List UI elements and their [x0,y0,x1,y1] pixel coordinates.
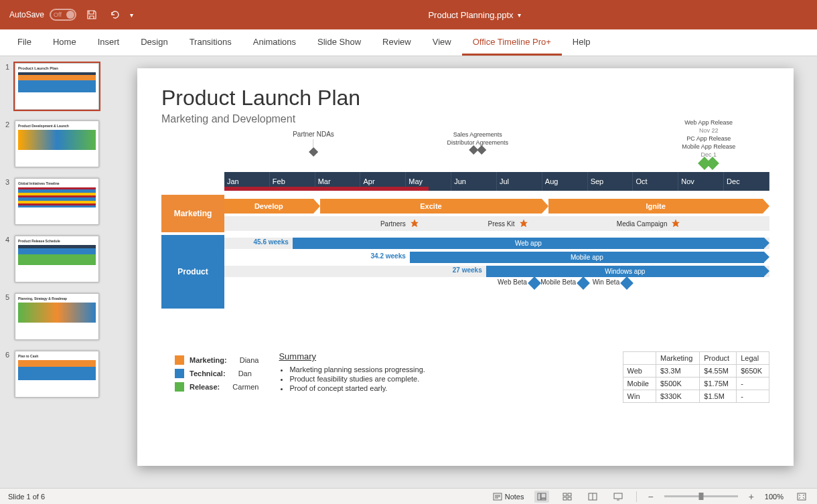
document-title[interactable]: Product Planning.pptx ▾ [141,10,808,20]
qat-customize-icon[interactable]: ▾ [130,11,133,19]
month-jun: Jun [451,172,497,191]
legend-technical-name: Dan [238,369,252,377]
table-row: Win $330K $1.5M - [623,390,769,403]
slide-thumb-4[interactable]: Product Release Schedule [15,236,99,282]
svg-rect-8 [541,493,546,498]
tab-review[interactable]: Review [372,29,422,56]
beta-win: Win Beta [593,278,623,286]
swimlane-marketing: Marketing Develop Excite Ignite Partners… [161,195,769,232]
tab-design[interactable]: Design [130,29,178,56]
svg-rect-9 [541,499,546,500]
notes-icon [493,493,502,501]
slide-title: Product Launch Plan [161,86,769,110]
swimlane-product: Product 45.6 weeks Web app 34.2 weeks Mo… [161,235,769,309]
phase-ignite: Ignite [548,199,763,214]
autosave-state: Off [54,11,62,18]
bar-windows-app: Windows app [486,266,764,277]
slide-footer-area: Marketing: Diana Technical: Dan Release:… [161,351,769,403]
svg-marker-2 [672,220,680,228]
svg-rect-16 [614,493,622,499]
undo-icon[interactable] [107,7,122,22]
task-press-kit: Press Kit [488,220,519,228]
marketing-milestones-row: Partners Press Kit Media Campaign [224,216,769,231]
milestone-releases: Web App Release Nov 22 PC App Release Mo… [682,118,735,169]
tab-insert[interactable]: Insert [87,29,131,56]
slide-thumb-3[interactable]: Global Initiatives Timeline [15,178,99,225]
month-aug: Aug [542,172,588,191]
view-sorter-icon[interactable] [560,491,575,503]
legend-swatch-orange [175,355,184,365]
autosave-toggle[interactable]: Off [50,9,76,21]
svg-marker-0 [411,220,419,228]
legend-technical-role: Technical: [190,369,226,377]
swimlane-marketing-label: Marketing [161,195,224,232]
thumb-number: 3 [5,178,12,225]
svg-rect-7 [538,493,540,500]
svg-marker-1 [520,220,528,228]
windows-duration: 27 weeks [453,266,486,274]
tab-home[interactable]: Home [42,29,87,56]
phase-develop: Develop [224,199,313,214]
thumb-number: 1 [5,63,12,110]
bar-mobile-app: Mobile app [410,252,764,263]
month-sep: Sep [588,172,634,191]
beta-web: Web Beta [498,278,530,286]
legend-swatch-blue [175,369,184,378]
work-area: 1 Product Launch Plan 2 Product Developm… [0,56,817,488]
slide-thumb-2[interactable]: Product Development & Launch [15,120,99,167]
tab-slide-show[interactable]: Slide Show [307,29,372,56]
zoom-out-button[interactable]: − [648,491,653,502]
tab-office-timeline[interactable]: Office Timeline Pro+ [462,29,562,56]
toggle-knob [66,11,74,19]
summary-item: Marketing planning sessions progressing. [289,365,425,373]
svg-rect-10 [563,493,567,496]
zoom-slider[interactable] [664,495,738,497]
slide-1[interactable]: Product Launch Plan Marketing and Develo… [137,68,794,466]
document-title-text: Product Planning.pptx [428,10,513,20]
month-nov: Nov [678,172,724,191]
legend-swatch-green [175,382,184,392]
notes-button[interactable]: Notes [493,493,524,501]
svg-rect-13 [568,497,571,500]
phase-excite: Excite [320,199,542,214]
save-icon[interactable] [84,7,99,22]
zoom-percent[interactable]: 100% [765,493,784,501]
autosave-group: AutoSave Off [9,9,76,21]
slide-thumb-1[interactable]: Product Launch Plan [15,63,99,110]
tab-help[interactable]: Help [562,29,601,56]
star-icon [410,219,419,228]
task-media: Media Campaign [617,220,672,228]
legend: Marketing: Diana Technical: Dan Release:… [161,351,258,396]
view-normal-icon[interactable] [534,491,549,503]
month-dec: Dec [724,172,769,191]
zoom-in-button[interactable]: + [749,491,754,502]
thumb-number: 6 [5,351,12,398]
timeline-chart: Partner NDAs Sales Agreements Distributo… [161,131,769,325]
tab-file[interactable]: File [7,29,42,56]
table-row: Mobile $500K $1.75M - [623,377,769,390]
slide-thumb-6[interactable]: Plan to Cash [15,351,99,398]
star-icon [671,219,680,228]
view-slideshow-icon[interactable] [611,491,625,503]
slide-thumb-5[interactable]: Planning, Strategy & Roadmap [15,293,99,340]
task-partners: Partners [380,220,410,228]
tab-view[interactable]: View [422,29,462,56]
view-reading-icon[interactable] [585,491,600,503]
status-bar: Slide 1 of 6 Notes − + 100% [0,488,817,504]
star-icon [519,219,528,228]
web-duration: 45.6 weeks [253,238,292,246]
slide-thumbnails-panel[interactable]: 1 Product Launch Plan 2 Product Developm… [0,56,114,488]
summary-item: Proof of concept started early. [289,384,425,392]
bar-web-app: Web app [293,238,764,249]
col-product: Product [700,352,737,365]
summary-heading: Summary [279,351,425,361]
tab-transitions[interactable]: Transitions [179,29,242,56]
top-milestones: Partner NDAs Sales Agreements Distributo… [161,131,769,172]
milestone-partner-ndas: Partner NDAs [293,131,334,157]
swimlane-product-label: Product [161,235,224,309]
slide-canvas-area[interactable]: Product Launch Plan Marketing and Develo… [114,56,817,488]
month-oct: Oct [633,172,678,191]
svg-rect-11 [568,493,571,496]
fit-to-window-icon[interactable] [794,491,809,503]
tab-animations[interactable]: Animations [242,29,307,56]
